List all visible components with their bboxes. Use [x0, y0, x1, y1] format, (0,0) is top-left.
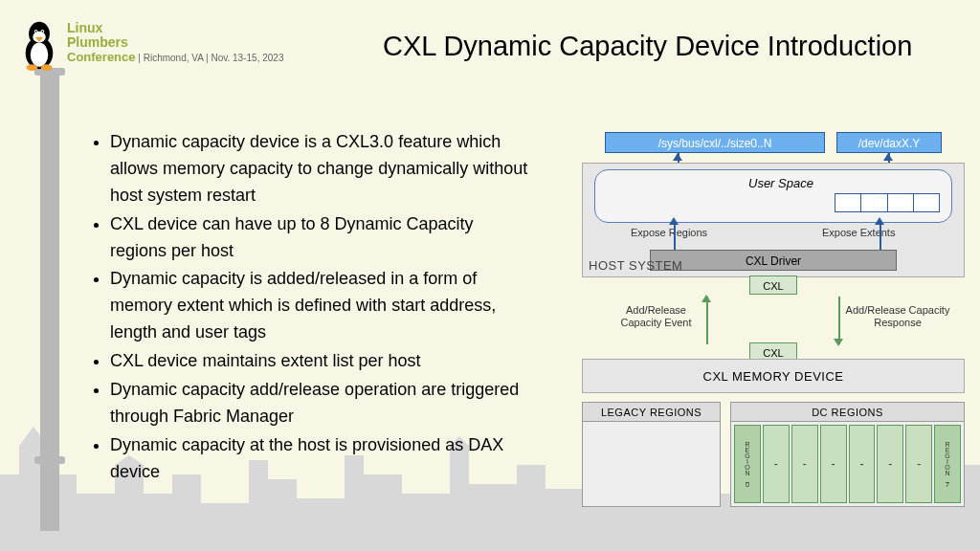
bullet-list: Dynamic capacity device is a CXL3.0 feat…	[91, 129, 531, 488]
expose-regions-label: Expose Regions	[631, 227, 707, 238]
pipe-decoration	[33, 72, 67, 531]
dc-regions-box: DC REGIONS REGION_0 - - - - - - REGION_7	[730, 402, 965, 507]
bullet-item: Dynamic capacity is added/released in a …	[110, 266, 531, 346]
region-dash-col: -	[877, 425, 903, 503]
cxl-chip-top: CXL	[749, 276, 797, 295]
region-dash-col: -	[820, 425, 847, 503]
arrow-up-icon	[669, 217, 679, 225]
user-space-box: User Space	[594, 169, 952, 223]
architecture-diagram: /sys/bus/cxl/../size0..N /dev/daxX.Y Use…	[582, 124, 965, 526]
slide-title: CXL Dynamic Capacity Device Introduction	[383, 29, 912, 65]
bullet-item: CXL device maintains extent list per hos…	[110, 348, 531, 375]
arrow-line	[838, 297, 840, 344]
arrow-line	[706, 297, 708, 344]
sysfs-path-box: /sys/bus/cxl/../size0..N	[605, 132, 825, 153]
svg-point-7	[42, 31, 44, 33]
cxl-driver-box: CXL Driver	[650, 250, 897, 271]
bullet-item: Dynamic capacity at the host is provisio…	[110, 432, 531, 486]
legacy-regions-box: LEGACY REGIONS	[582, 402, 721, 507]
arrow-up-icon	[702, 295, 711, 302]
bullet-item: CXL device can have up to 8 Dynamic Capa…	[110, 211, 531, 265]
region-dash-col: -	[791, 425, 818, 503]
add-release-event-label: Add/Release Capacity Event	[611, 304, 702, 329]
logo-conference-word: Conference	[67, 50, 136, 64]
bullet-item: Dynamic capacity device is a CXL3.0 feat…	[110, 129, 531, 209]
cxl-memory-device-box: CXL MEMORY DEVICE	[582, 359, 965, 393]
svg-point-8	[27, 64, 38, 71]
arrow-line	[674, 223, 676, 250]
logo-line1: Linux	[67, 21, 283, 35]
region-7-col: REGION_7	[934, 425, 961, 503]
svg-point-2	[31, 43, 48, 67]
dc-regions-header: DC REGIONS	[731, 403, 964, 422]
logo-line2: Plumbers	[67, 35, 283, 50]
bullet-item: Dynamic capacity add/release operation a…	[110, 377, 531, 430]
logo-meta: | Richmond, VA | Nov. 13-15, 2023	[136, 53, 284, 63]
region-0-col: REGION_0	[734, 425, 761, 503]
host-system-box: User Space Expose Regions Expose Extents…	[582, 163, 965, 277]
arrow-line	[880, 223, 881, 250]
svg-point-9	[41, 64, 53, 71]
region-dash-col: -	[763, 425, 790, 503]
conference-logo: Linux Plumbers Conference | Richmond, VA…	[19, 19, 283, 72]
region-dash-col: -	[905, 425, 932, 503]
add-release-response-label: Add/Release Capacity Response	[845, 304, 950, 329]
svg-point-6	[35, 31, 37, 33]
penguin-icon	[19, 19, 59, 72]
arrow-down-icon	[834, 339, 843, 346]
region-dash-col: -	[849, 425, 876, 503]
extent-bar	[835, 193, 940, 212]
legacy-regions-header: LEGACY REGIONS	[583, 403, 720, 422]
user-space-label: User Space	[748, 176, 813, 190]
expose-extents-label: Expose Extents	[822, 227, 895, 238]
host-system-label: HOST SYSTEM	[589, 258, 682, 273]
arrow-up-icon	[883, 153, 893, 161]
dev-path-box: /dev/daxX.Y	[836, 132, 942, 153]
arrow-up-icon	[673, 153, 682, 161]
arrow-up-icon	[875, 217, 884, 225]
